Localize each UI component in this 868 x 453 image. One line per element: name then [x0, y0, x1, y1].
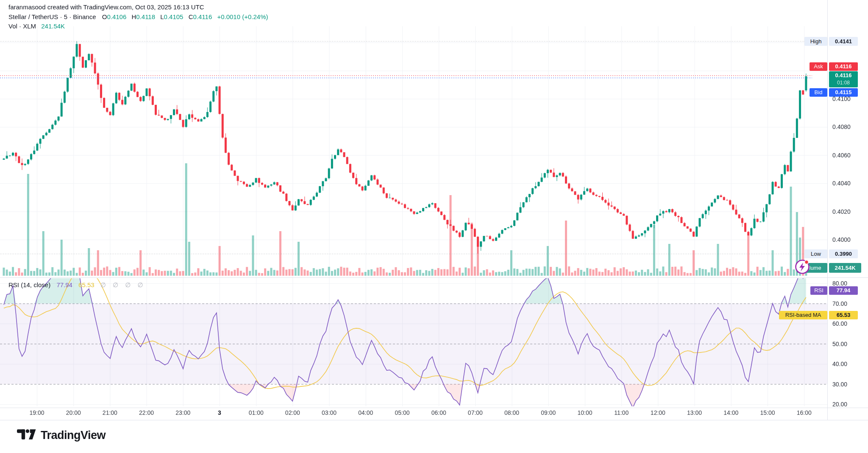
time-label: 14:00: [723, 409, 738, 416]
rsi-tick: 80.00: [832, 280, 847, 287]
time-label: 16:00: [797, 409, 812, 416]
ohlc-low-letter: L: [160, 13, 164, 20]
rsi-badge-value: 77.94: [829, 286, 858, 295]
rsi-tick: 30.00: [832, 381, 847, 388]
ask-badge-value: 0.4116: [829, 62, 858, 71]
rsi-empty-values: ∅ ∅ ∅ ∅: [100, 281, 146, 288]
rsi-tick: 70.00: [832, 300, 847, 307]
time-label: 22:00: [139, 409, 154, 416]
rsi-ma-badge-label: RSI-based MA: [779, 311, 827, 319]
rsi-badge-label: RSI: [810, 286, 827, 295]
time-label: 15:00: [760, 409, 775, 416]
rsi-tick: 50.00: [832, 341, 847, 347]
rsi-ma-value: 65.53: [78, 281, 95, 288]
time-label: 09:00: [541, 409, 556, 416]
time-label: 20:00: [66, 409, 81, 416]
price-tick: 0.4000: [832, 236, 851, 243]
price-tick: 0.4040: [832, 180, 851, 187]
high-badge-label: High: [804, 37, 827, 46]
rsi-tick: 60.00: [832, 320, 847, 327]
time-label: 3: [218, 409, 221, 416]
rsi-title: RSI (14, close): [8, 281, 50, 288]
rsi-indicator-row[interactable]: RSI (14, close) 77.94 65.53 ∅ ∅ ∅ ∅: [8, 281, 146, 289]
time-label: 05:00: [395, 409, 409, 416]
quick-trade-lightning-icon[interactable]: [794, 259, 810, 275]
volume-source-label: Vol · XLM: [8, 22, 36, 30]
time-label: 21:00: [103, 409, 117, 416]
attribution-line: faranmasood created with TradingView.com…: [8, 3, 204, 11]
ohlc-open-letter: O: [102, 13, 107, 20]
time-label: 13:00: [687, 409, 702, 416]
low-badge-value: 0.3990: [829, 249, 858, 258]
bid-badge-label: Bid: [810, 88, 827, 97]
time-label: 04:00: [358, 409, 373, 416]
time-label: 19:00: [29, 409, 44, 416]
time-label: 08:00: [504, 409, 519, 416]
separator: ·: [69, 13, 73, 20]
time-label: 07:00: [468, 409, 483, 416]
rsi-ma-badge-value: 65.53: [829, 311, 858, 319]
symbol-info-row[interactable]: Stellar / TetherUS · 5 · Binance O0.4106…: [8, 13, 268, 20]
volume-value: 241.54K: [41, 22, 65, 30]
time-label: 11:00: [614, 409, 629, 416]
tradingview-logo-icon: [17, 428, 36, 443]
ohlc-close-letter: C: [189, 13, 193, 20]
time-label: 12:00: [651, 409, 665, 416]
exchange-label: Binance: [73, 13, 96, 20]
time-label: 10:00: [577, 409, 592, 416]
price-tick: 0.4020: [832, 208, 851, 215]
tradingview-chart-window: faranmasood created with TradingView.com…: [0, 0, 868, 453]
last-price-value: 0.4116: [829, 71, 858, 80]
chart-canvas[interactable]: [0, 0, 868, 453]
ohlc-low-value: 0.4105: [164, 13, 184, 20]
time-label: 03:00: [322, 409, 337, 416]
ohlc-high-letter: H: [131, 13, 136, 20]
ask-badge-label: Ask: [810, 62, 827, 71]
symbol-title: Stellar / TetherUS: [8, 13, 58, 20]
ohlc-close-value: 0.4116: [193, 13, 212, 20]
time-label: 23:00: [175, 409, 190, 416]
separator: ·: [60, 13, 64, 20]
price-tick: 0.4080: [832, 123, 851, 130]
time-label: 02:00: [285, 409, 300, 416]
change-value: +0.0010 (+0.24%): [217, 13, 268, 20]
ohlc-open-value: 0.4106: [107, 13, 126, 20]
tradingview-logo-text: TradingView: [41, 429, 106, 442]
volume-badge-value: 241.54K: [829, 263, 861, 273]
rsi-tick: 40.00: [832, 361, 847, 367]
price-tick: 0.4100: [832, 95, 851, 102]
time-label: 01:00: [249, 409, 264, 416]
volume-info-row[interactable]: Vol · XLM 241.54K: [8, 22, 65, 30]
ohlc-high-value: 0.4118: [136, 13, 155, 20]
last-price-badge: 0.4116 01:08: [829, 71, 858, 87]
high-badge-value: 0.4141: [829, 37, 858, 46]
bar-countdown: 01:08: [829, 80, 858, 86]
interval-label: 5: [64, 13, 67, 20]
price-tick: 0.4060: [832, 152, 851, 159]
time-label: 06:00: [431, 409, 446, 416]
tradingview-logo[interactable]: TradingView: [17, 428, 106, 443]
rsi-value: 77.94: [56, 281, 72, 288]
rsi-tick: 20.00: [832, 401, 847, 408]
low-badge-label: Low: [804, 249, 827, 258]
